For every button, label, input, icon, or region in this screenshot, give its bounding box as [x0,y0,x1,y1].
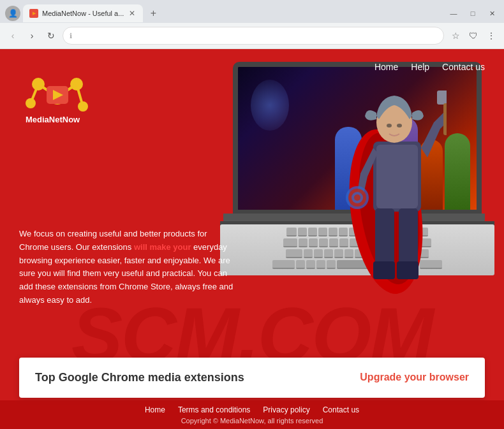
card-left-section: Top Google Chrome media extensions [35,370,244,385]
forward-button[interactable]: › [24,28,40,43]
svg-point-28 [354,194,360,201]
upgrade-browser-link[interactable]: Upgrade your browser [360,372,469,383]
footer-contact-link[interactable]: Contact us [323,405,359,414]
description-text: We focus on creating useful and better p… [19,229,233,305]
more-menu-icon[interactable]: ⋮ [484,28,499,43]
browser-toolbar: ‹ › ↻ ℹ ☆ 🛡 ⋮ [0,23,504,48]
svg-rect-18 [373,261,395,279]
tab-favicon [29,9,38,18]
nav-contact-link[interactable]: Contact us [442,62,485,72]
new-tab-button[interactable]: + [145,6,161,21]
tab-close-button[interactable]: ✕ [128,9,137,18]
reload-button[interactable]: ↻ [43,28,59,43]
title-bar: 👤 MediaNetNow - Useful a... ✕ + — □ ✕ [0,0,504,23]
logo-icon: MediaNetNow [19,65,96,126]
svg-rect-23 [437,91,447,105]
thor-character [338,84,447,314]
user-profile-icon[interactable]: 👤 [5,6,20,21]
browser-tab[interactable]: MediaNetNow - Useful a... ✕ [23,4,143,22]
lock-icon: ℹ [70,32,72,40]
site-footer: Home Terms and conditions Privacy policy… [0,400,504,429]
svg-rect-15 [376,145,418,208]
back-button[interactable]: ‹ [5,28,20,43]
copyright-text: Copyright © MediaNetNow, all rights rese… [13,417,491,425]
nav-help-link[interactable]: Help [411,62,429,72]
footer-links: Home Terms and conditions Privacy policy… [13,405,491,414]
window-controls: — □ ✕ [447,6,499,20]
svg-point-21 [387,124,392,127]
svg-point-22 [397,124,402,127]
svg-text:MediaNetNow: MediaNetNow [26,115,80,124]
footer-home-link[interactable]: Home [145,405,165,414]
footer-privacy-link[interactable]: Privacy policy [263,405,309,414]
close-button[interactable]: ✕ [485,6,499,20]
svg-rect-19 [397,261,419,279]
site-navigation: Home Help Contact us [355,49,504,85]
shield-icon[interactable]: 🛡 [466,28,481,43]
website-content: SCM.COM Home Help Contact us MediaNetNow [0,49,504,429]
bookmark-star-icon[interactable]: ☆ [448,28,463,43]
footer-terms-link[interactable]: Terms and conditions [178,405,250,414]
svg-rect-24 [443,103,447,135]
card-main-text: Top Google Chrome media extensions [35,370,244,385]
tab-title: MediaNetNow - Useful a... [42,10,124,17]
browser-chrome: 👤 MediaNetNow - Useful a... ✕ + — □ ✕ ‹ … [0,0,504,49]
maximize-button[interactable]: □ [466,6,480,20]
hero-description: We focus on creating useful and better p… [19,228,236,307]
bottom-cta-card: Top Google Chrome media extensions Upgra… [19,358,485,398]
logo-area: MediaNetNow [19,65,96,128]
toolbar-right-icons: ☆ 🛡 ⋮ [448,28,499,43]
address-bar[interactable]: ℹ [63,27,444,45]
minimize-button[interactable]: — [447,6,461,20]
nav-home-link[interactable]: Home [374,62,398,72]
